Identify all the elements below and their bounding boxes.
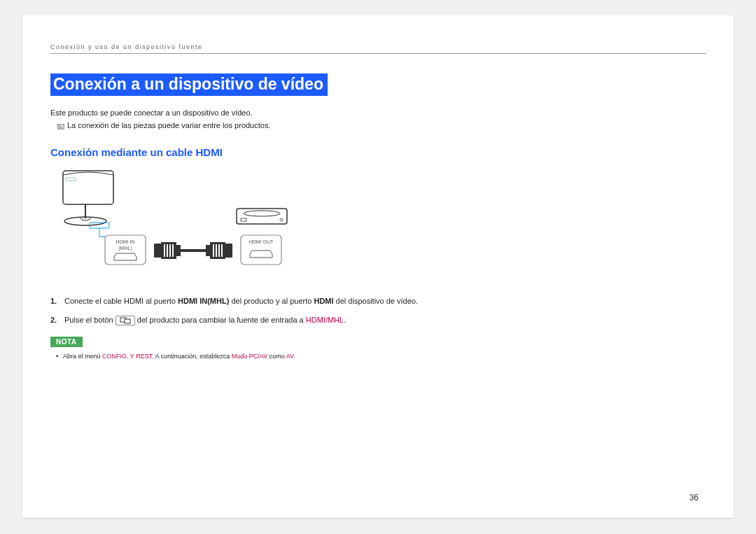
svg-rect-1 xyxy=(66,178,76,181)
svg-point-5 xyxy=(244,211,280,216)
intro-note: La conexión de las piezas puede variar e… xyxy=(57,121,706,129)
intro-text: Este producto se puede conectar a un dis… xyxy=(50,108,706,117)
svg-rect-16 xyxy=(169,244,171,257)
hdmi-in-port: HDMI IN (MHL) xyxy=(105,235,146,265)
svg-point-7 xyxy=(280,218,283,221)
page-title: Conexión a un dispositivo de vídeo xyxy=(50,73,328,96)
note-bullet: Abra el menú CONFIG. Y REST. A continuac… xyxy=(50,353,455,360)
svg-rect-20 xyxy=(213,244,214,257)
svg-rect-17 xyxy=(172,244,174,257)
instruction-steps: 1.Conecte el cable HDMI al puerto HDMI I… xyxy=(50,295,706,325)
connection-diagram: HDMI IN (MHL) HDMI OUT xyxy=(50,168,706,283)
svg-rect-0 xyxy=(63,171,113,204)
hdmi-cable-icon xyxy=(154,242,232,259)
video-device-icon xyxy=(237,209,287,224)
svg-rect-22 xyxy=(218,244,220,257)
instruction-step: 1.Conecte el cable HDMI al puerto HDMI I… xyxy=(50,295,456,307)
svg-rect-18 xyxy=(181,249,206,252)
svg-rect-14 xyxy=(164,244,165,257)
page-number: 36 xyxy=(690,493,699,503)
svg-text:HDMI OUT: HDMI OUT xyxy=(249,239,274,244)
svg-rect-21 xyxy=(216,244,217,257)
subheading-hdmi: Conexión mediante un cable HDMI xyxy=(50,146,706,158)
svg-rect-6 xyxy=(241,218,246,221)
breadcrumb: Conexión y uso de un dispositivo fuente xyxy=(50,43,706,54)
note-badge: NOTA xyxy=(50,337,83,347)
svg-rect-13 xyxy=(154,244,161,258)
svg-rect-15 xyxy=(167,244,168,257)
svg-rect-25 xyxy=(125,319,130,323)
monitor-icon xyxy=(63,171,113,237)
svg-text:HDMI IN: HDMI IN xyxy=(116,239,135,244)
svg-rect-19 xyxy=(225,244,232,258)
hdmi-out-port: HDMI OUT xyxy=(241,235,281,265)
svg-rect-23 xyxy=(221,244,223,257)
instruction-step: 2.Pulse el botón del producto para cambi… xyxy=(50,314,456,326)
document-page: Conexión y uso de un dispositivo fuente … xyxy=(22,15,734,518)
svg-text:(MHL): (MHL) xyxy=(118,246,132,251)
source-button-icon xyxy=(115,316,135,325)
